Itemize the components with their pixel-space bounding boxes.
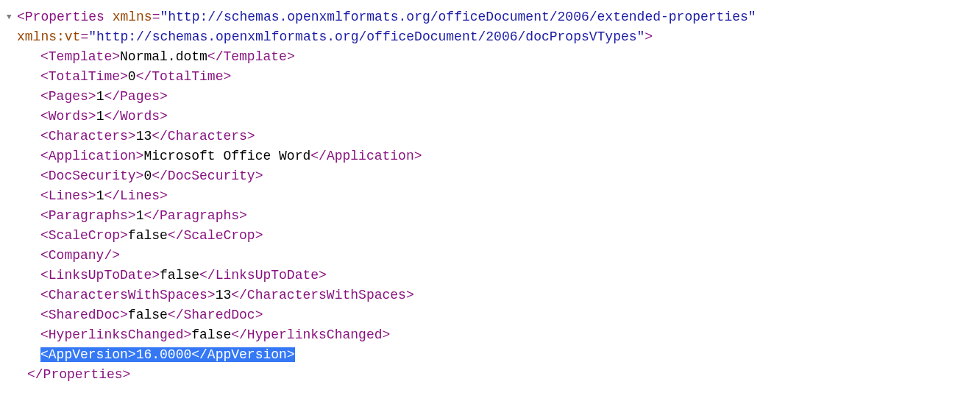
open-tag: <Company/> bbox=[40, 248, 120, 263]
close-tag: </Template> bbox=[207, 49, 295, 64]
xml-children-container: <Template>Normal.dotm</Template><TotalTi… bbox=[4, 47, 976, 365]
xml-element: <Application>Microsoft Office Word</Appl… bbox=[40, 149, 422, 163]
open-tag: <LinksUpToDate> bbox=[40, 268, 160, 283]
element-text: 0 bbox=[128, 69, 136, 84]
close-tag: </SharedDoc> bbox=[168, 308, 263, 322]
close-tag: </Lines> bbox=[104, 188, 167, 203]
attr-name: xmlns bbox=[113, 10, 152, 24]
open-tag: <HyperlinksChanged> bbox=[40, 327, 191, 342]
xml-element: <Lines>1</Lines> bbox=[40, 188, 168, 203]
open-tag: <CharactersWithSpaces> bbox=[40, 288, 216, 302]
xml-element-line[interactable]: <Template>Normal.dotm</Template> bbox=[4, 47, 976, 67]
open-tag: <DocSecurity> bbox=[40, 169, 143, 183]
xml-root-open-line[interactable]: ▼<Properties xmlns="http://schemas.openx… bbox=[4, 7, 976, 27]
xml-element-line[interactable]: <DocSecurity>0</DocSecurity> bbox=[4, 166, 976, 186]
open-tag: <AppVersion> bbox=[40, 347, 136, 362]
root-open-tag: <Properties bbox=[17, 10, 104, 24]
xml-element-line[interactable]: <LinksUpToDate>false</LinksUpToDate> bbox=[4, 266, 976, 285]
attr-value: "http://schemas.openxmlformats.org/offic… bbox=[88, 29, 645, 44]
highlighted-element: <AppVersion>16.0000</AppVersion> bbox=[40, 347, 295, 362]
tag-close-bracket: > bbox=[645, 29, 653, 44]
element-text: false bbox=[160, 268, 199, 283]
xml-element: <Characters>13</Characters> bbox=[40, 129, 255, 143]
open-tag: <Pages> bbox=[40, 89, 96, 104]
close-tag: </Application> bbox=[310, 149, 422, 163]
element-text: Normal.dotm bbox=[120, 49, 207, 64]
element-text: Microsoft Office Word bbox=[143, 149, 310, 163]
close-tag: </DocSecurity> bbox=[152, 169, 263, 183]
close-tag: </TotalTime> bbox=[136, 69, 232, 84]
close-tag: </AppVersion> bbox=[191, 347, 294, 362]
attr-value: "http://schemas.openxmlformats.org/offic… bbox=[160, 10, 756, 24]
xml-element: <DocSecurity>0</DocSecurity> bbox=[40, 169, 263, 183]
xml-element: <TotalTime>0</TotalTime> bbox=[40, 69, 231, 84]
root-close-tag: </Properties> bbox=[27, 367, 130, 382]
element-text: false bbox=[128, 308, 168, 322]
xml-root-attr-line[interactable]: xmlns:vt="http://schemas.openxmlformats.… bbox=[4, 29, 653, 44]
xml-element: <Pages>1</Pages> bbox=[40, 89, 168, 104]
xml-element-line[interactable]: <Company/> bbox=[4, 246, 976, 266]
xml-element-line[interactable]: <Pages>1</Pages> bbox=[4, 87, 976, 107]
close-tag: </Paragraphs> bbox=[143, 208, 246, 223]
xml-element-line[interactable]: <AppVersion>16.0000</AppVersion> bbox=[4, 345, 976, 365]
xml-element-line[interactable]: <ScaleCrop>false</ScaleCrop> bbox=[4, 226, 976, 246]
attr-name: xmlns:vt bbox=[17, 29, 80, 44]
xml-element: <Company/> bbox=[40, 248, 120, 263]
element-text: 1 bbox=[96, 89, 104, 104]
open-tag: <Application> bbox=[40, 149, 143, 163]
xml-element: <ScaleCrop>false</ScaleCrop> bbox=[40, 228, 263, 243]
open-tag: <TotalTime> bbox=[40, 69, 128, 84]
disclosure-icon[interactable]: ▼ bbox=[7, 11, 15, 24]
open-tag: <ScaleCrop> bbox=[40, 228, 128, 243]
open-tag: <Words> bbox=[40, 109, 96, 124]
open-tag: <Characters> bbox=[40, 129, 136, 143]
element-text: 1 bbox=[96, 188, 104, 203]
close-tag: </LinksUpToDate> bbox=[199, 268, 327, 283]
element-text: 16.0000 bbox=[136, 347, 192, 362]
xml-element: <Paragraphs>1</Paragraphs> bbox=[40, 208, 247, 223]
open-tag: <Paragraphs> bbox=[40, 208, 136, 223]
xml-element: <LinksUpToDate>false</LinksUpToDate> bbox=[40, 268, 327, 283]
xml-element-line[interactable]: <Paragraphs>1</Paragraphs> bbox=[4, 206, 976, 226]
element-text: false bbox=[191, 327, 231, 342]
close-tag: </Characters> bbox=[152, 129, 255, 143]
element-text: 0 bbox=[143, 169, 152, 183]
close-tag: </ScaleCrop> bbox=[168, 228, 263, 243]
xml-element-line[interactable]: <Words>1</Words> bbox=[4, 107, 976, 127]
close-tag: </Pages> bbox=[104, 89, 167, 104]
xml-element-line[interactable]: <Characters>13</Characters> bbox=[4, 127, 976, 146]
open-tag: <Lines> bbox=[40, 188, 96, 203]
xml-element: <SharedDoc>false</SharedDoc> bbox=[40, 308, 263, 322]
xml-element-line[interactable]: <Lines>1</Lines> bbox=[4, 186, 976, 206]
close-tag: </HyperlinksChanged> bbox=[231, 327, 390, 342]
element-text: 1 bbox=[96, 109, 104, 124]
element-text: 13 bbox=[216, 288, 232, 302]
xml-root-close-line[interactable]: </Properties> bbox=[4, 365, 976, 385]
xml-element-line[interactable]: <Application>Microsoft Office Word</Appl… bbox=[4, 146, 976, 166]
element-text: false bbox=[128, 228, 168, 243]
xml-element: <Template>Normal.dotm</Template> bbox=[40, 49, 295, 64]
xml-element: <CharactersWithSpaces>13</CharactersWith… bbox=[40, 288, 414, 302]
close-tag: </CharactersWithSpaces> bbox=[231, 288, 413, 302]
xml-element-line[interactable]: <TotalTime>0</TotalTime> bbox=[4, 67, 976, 87]
xml-element: <HyperlinksChanged>false</HyperlinksChan… bbox=[40, 327, 390, 342]
element-text: 13 bbox=[136, 129, 152, 143]
open-tag: <SharedDoc> bbox=[40, 308, 128, 322]
element-text: 1 bbox=[136, 208, 144, 223]
xml-element-line[interactable]: <CharactersWithSpaces>13</CharactersWith… bbox=[4, 285, 976, 305]
open-tag: <Template> bbox=[40, 49, 120, 64]
xml-element: <Words>1</Words> bbox=[40, 109, 168, 124]
close-tag: </Words> bbox=[104, 109, 167, 124]
xml-element-line[interactable]: <SharedDoc>false</SharedDoc> bbox=[4, 305, 976, 325]
xml-element-line[interactable]: <HyperlinksChanged>false</HyperlinksChan… bbox=[4, 325, 976, 345]
